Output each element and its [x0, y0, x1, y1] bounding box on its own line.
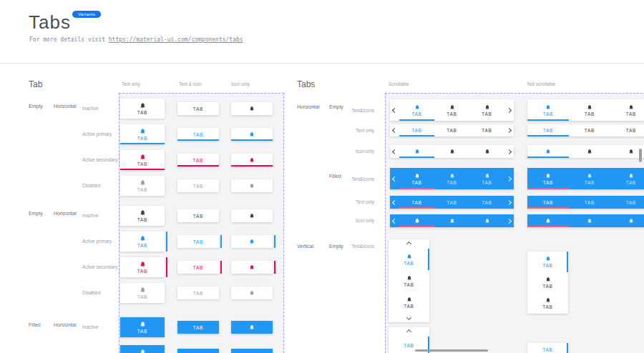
- tab[interactable]: TAB: [177, 349, 219, 353]
- tab[interactable]: TAB: [469, 124, 504, 136]
- tabs-scroll-right-button[interactable]: [504, 168, 514, 189]
- tab[interactable]: [610, 214, 644, 227]
- tab[interactable]: TAB: [177, 261, 219, 274]
- tab[interactable]: TAB: [120, 206, 165, 226]
- tabs-scroll-left-button[interactable]: [390, 124, 399, 136]
- tabs-scroll-right-button[interactable]: [504, 124, 514, 136]
- tab-label: TAB: [404, 343, 414, 348]
- tab[interactable]: TAB: [177, 179, 219, 192]
- bell-icon: [249, 213, 255, 219]
- horizontal-scrollbar-thumb[interactable]: [415, 349, 488, 352]
- tabs-scroll-left-button[interactable]: [390, 196, 399, 209]
- material-ui-link[interactable]: https://material-ui.com/components/tabs: [109, 36, 243, 43]
- tab[interactable]: [231, 102, 273, 115]
- tab[interactable]: TAB: [120, 99, 165, 119]
- tab[interactable]: TAB: [527, 343, 568, 353]
- tab[interactable]: TAB: [177, 154, 219, 166]
- tab[interactable]: [231, 209, 273, 222]
- tab[interactable]: TAB: [469, 168, 504, 189]
- tab[interactable]: TAB: [434, 99, 469, 121]
- tab[interactable]: TAB: [527, 99, 569, 121]
- tab[interactable]: TAB: [120, 257, 165, 277]
- tab[interactable]: TAB: [389, 270, 429, 292]
- tabs-scroll-right-button[interactable]: [504, 196, 514, 209]
- tab[interactable]: TAB: [399, 168, 434, 189]
- tab[interactable]: [231, 154, 273, 166]
- bell-icon: [414, 149, 420, 154]
- tabs-scroll-up-button[interactable]: [407, 327, 411, 337]
- tab[interactable]: TAB: [120, 176, 165, 196]
- tab[interactable]: TAB: [177, 235, 219, 248]
- tab[interactable]: TAB: [569, 168, 610, 189]
- tab[interactable]: [469, 145, 504, 158]
- tab-bar: TABTABTAB: [390, 99, 514, 121]
- tab[interactable]: TAB: [177, 321, 219, 334]
- tab-label: TAB: [626, 200, 636, 205]
- tabs-scroll-left-button[interactable]: [390, 145, 399, 158]
- tabs-scroll-up-button[interactable]: [407, 239, 411, 249]
- tab[interactable]: TAB: [610, 99, 644, 121]
- variants-badge: Variants: [72, 11, 101, 18]
- tab[interactable]: TAB: [527, 252, 568, 272]
- tab[interactable]: [569, 145, 610, 158]
- tab[interactable]: TAB: [527, 168, 569, 189]
- tab[interactable]: [469, 214, 504, 227]
- active-tab-indicator: [399, 135, 434, 136]
- tab[interactable]: TAB: [120, 124, 165, 144]
- tab[interactable]: [231, 235, 273, 248]
- tab[interactable]: TAB: [434, 196, 469, 209]
- tab[interactable]: [231, 179, 273, 192]
- tab[interactable]: TAB: [434, 168, 469, 189]
- tab[interactable]: [569, 214, 610, 227]
- tab[interactable]: TAB: [120, 317, 165, 337]
- tab-bar: TABTABTAB: [390, 168, 514, 189]
- tab[interactable]: TAB: [389, 249, 429, 270]
- tab[interactable]: TAB: [610, 124, 644, 136]
- tabs-scroll-left-button[interactable]: [390, 99, 399, 121]
- tabs-scroll-left-button[interactable]: [390, 168, 399, 189]
- tabs-scroll-left-button[interactable]: [390, 214, 399, 227]
- vertical-scrollbar-thumb[interactable]: [639, 149, 642, 162]
- active-tab-indicator: [527, 188, 569, 189]
- tab[interactable]: TAB: [469, 196, 504, 209]
- active-tab-indicator: [527, 226, 569, 227]
- tab[interactable]: TAB: [569, 124, 610, 136]
- tab[interactable]: [434, 214, 469, 227]
- tabs-scroll-down-button[interactable]: [407, 313, 411, 322]
- tabs-scroll-right-button[interactable]: [504, 99, 514, 121]
- tab-bar: TABTABTAB: [390, 196, 514, 209]
- bell-icon: [545, 173, 551, 179]
- tab[interactable]: [231, 128, 273, 141]
- active-tab-indicator: [231, 139, 273, 141]
- tab[interactable]: TAB: [177, 287, 219, 299]
- tab[interactable]: TAB: [120, 283, 165, 303]
- active-tab-indicator: [527, 156, 569, 158]
- tab[interactable]: [231, 349, 273, 353]
- tab[interactable]: TAB: [177, 102, 219, 115]
- tab[interactable]: TAB: [610, 196, 644, 209]
- tab[interactable]: [231, 321, 273, 334]
- tab[interactable]: TAB: [399, 99, 434, 121]
- tab[interactable]: TAB: [527, 293, 568, 314]
- tab[interactable]: TAB: [120, 150, 165, 170]
- tab[interactable]: TAB: [120, 232, 165, 252]
- tabs-scroll-right-button[interactable]: [504, 145, 514, 158]
- tab[interactable]: TAB: [610, 168, 644, 189]
- tab[interactable]: TAB: [389, 292, 429, 313]
- tab[interactable]: TAB: [177, 128, 219, 141]
- tab[interactable]: TAB: [120, 345, 165, 353]
- tab[interactable]: TAB: [434, 124, 469, 136]
- tab[interactable]: TAB: [469, 99, 504, 121]
- tab[interactable]: TAB: [569, 99, 610, 121]
- tab-label: TAB: [137, 329, 147, 334]
- tab[interactable]: [231, 261, 273, 274]
- tab-label: TAB: [542, 304, 552, 309]
- bell-icon: [545, 256, 551, 262]
- tab[interactable]: TAB: [569, 196, 610, 209]
- tabs-scroll-right-button[interactable]: [504, 214, 514, 227]
- row-state-label: Text&Icons: [308, 108, 374, 113]
- tab[interactable]: TAB: [177, 209, 219, 222]
- tab[interactable]: [434, 145, 469, 158]
- tab[interactable]: TAB: [527, 272, 568, 293]
- tab[interactable]: [231, 287, 273, 299]
